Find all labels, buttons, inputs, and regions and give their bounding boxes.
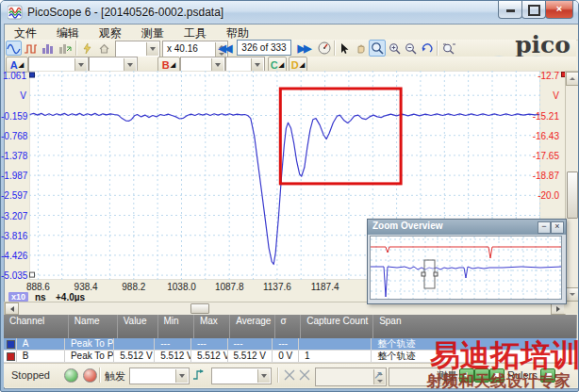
right-axis-tick-label: -16.43 xyxy=(531,131,559,141)
trigger-source-dropdown[interactable] xyxy=(211,368,272,384)
table-cell: 5.512 V xyxy=(191,351,228,362)
x-axis-tick-label: 1137.6 xyxy=(256,282,298,292)
undo-zoom-button[interactable] xyxy=(419,41,434,56)
start-capture-button[interactable] xyxy=(64,368,78,383)
cross-arrows-icon xyxy=(298,368,311,382)
vertical-scroll-thumb[interactable] xyxy=(567,172,578,219)
table-header-average[interactable]: Average xyxy=(230,315,274,338)
notes-dropdown[interactable] xyxy=(115,41,160,57)
zoom-out-tool[interactable] xyxy=(403,41,418,56)
table-cell: 5.512 V xyxy=(228,351,273,362)
chevron-down-icon xyxy=(211,58,223,71)
table-cell: --- xyxy=(155,338,191,350)
hand-icon xyxy=(355,42,367,55)
bars-icon xyxy=(41,42,55,55)
zoom-in-icon xyxy=(389,42,401,55)
table-cell xyxy=(114,338,155,350)
auto-setup-button[interactable] xyxy=(79,41,94,56)
menu-measure[interactable]: 测量 xyxy=(140,25,166,40)
buffer-navigator-button[interactable] xyxy=(316,41,332,56)
chevron-down-icon xyxy=(257,369,270,383)
table-cell: 1 xyxy=(299,351,372,362)
right-arrow-icon xyxy=(556,306,560,312)
maximize-icon xyxy=(528,5,540,16)
table-header-channel[interactable]: Channel xyxy=(4,315,69,338)
collection-count-badge[interactable]: x10 xyxy=(8,292,28,302)
corner-arrow-icon: ◢ xyxy=(171,61,175,69)
hand-tool[interactable] xyxy=(353,41,368,56)
rising-falling-tool[interactable] xyxy=(298,368,311,385)
table-cell: --- xyxy=(191,338,228,350)
table-header-max[interactable]: Max xyxy=(194,315,230,338)
vertical-scrollbar[interactable] xyxy=(565,71,579,302)
chevron-down-icon xyxy=(74,58,87,71)
previous-buffer-button[interactable]: ◀◀ xyxy=(214,41,235,56)
falling-edge-tool[interactable] xyxy=(283,368,296,385)
histogram-view-button[interactable] xyxy=(40,41,56,56)
menu-help[interactable]: 帮助 xyxy=(224,25,251,40)
zoom-overview-minimize-button[interactable]: − xyxy=(538,221,551,234)
left-axis-tick-label: -3.816 xyxy=(1,231,26,241)
compass-icon xyxy=(318,41,331,55)
watermark-line2: 射频和天线设计专家 xyxy=(426,370,571,392)
left-axis-tick-label: -1.378 xyxy=(1,151,26,161)
title-bar[interactable]: PicoScope 6 - [20140526-0002.psdata] × xyxy=(1,1,579,24)
trigger-edge-button[interactable] xyxy=(191,368,207,386)
home-button[interactable] xyxy=(96,41,111,56)
table-header-σ[interactable]: σ xyxy=(275,315,302,338)
menu-edit[interactable]: 编辑 xyxy=(55,25,81,40)
persistence-view-button[interactable] xyxy=(57,41,73,56)
table-header-min[interactable]: Min xyxy=(158,315,194,338)
zoom-in-tool[interactable] xyxy=(387,41,402,56)
menu-tools[interactable]: 工具 xyxy=(182,25,208,40)
fast-forward-icon: ▶▶ xyxy=(298,42,310,55)
right-axis-tick-label: -18.87 xyxy=(531,171,559,181)
scroll-up-button[interactable] xyxy=(566,72,579,86)
window-zoom-tool[interactable] xyxy=(369,40,386,57)
horizontal-scroll-thumb[interactable] xyxy=(190,303,209,314)
zoom-overview-canvas[interactable] xyxy=(370,236,562,300)
channel-a-label: A xyxy=(10,59,18,71)
minimize-button[interactable] xyxy=(498,1,522,19)
zoom-full-button[interactable] xyxy=(440,41,457,56)
maximize-button[interactable] xyxy=(521,1,546,19)
table-cell xyxy=(299,338,372,350)
table-cell: 5.512 V xyxy=(155,351,191,362)
corner-arrow-icon: ◢ xyxy=(300,61,305,69)
spectrum-view-button[interactable] xyxy=(23,41,39,56)
right-axis-tick-label: -17.65 xyxy=(531,151,559,161)
menu-view[interactable]: 观察 xyxy=(97,25,124,40)
zoom-window-icon xyxy=(371,41,385,56)
table-header-capture-count[interactable]: Capture Count xyxy=(301,315,373,338)
close-icon: × xyxy=(554,221,559,231)
trigger-mode-dropdown[interactable] xyxy=(129,368,190,384)
scope-view-button[interactable] xyxy=(6,41,22,56)
zoom-extents-icon xyxy=(442,42,456,55)
right-axis-tick-label: V xyxy=(531,90,559,101)
zoom-overview-window[interactable]: Zoom Overview − × xyxy=(367,219,567,304)
table-header-name[interactable]: Name xyxy=(69,315,118,338)
x-axis-tick-label: 988.2 xyxy=(113,282,155,292)
cursor-arrow-icon xyxy=(339,42,351,55)
zoom-overview-close-button[interactable]: × xyxy=(551,221,564,234)
run-state-label: Stopped xyxy=(11,369,50,381)
right-axis-tick-label: -15.21 xyxy=(531,111,559,122)
normal-selection-tool[interactable] xyxy=(337,41,352,56)
window-title: PicoScope 6 - [20140526-0002.psdata] xyxy=(27,6,223,19)
buffer-position-box[interactable]: 326 of 333 xyxy=(237,40,291,56)
menu-file[interactable]: 文件 xyxy=(12,25,39,40)
zoom-overview-titlebar[interactable]: Zoom Overview xyxy=(368,220,566,235)
left-axis-tick-label: -1.987 xyxy=(1,171,26,181)
scroll-down-button[interactable] xyxy=(566,287,579,302)
statusbar-separator xyxy=(99,368,101,383)
next-buffer-button[interactable]: ▶▶ xyxy=(293,41,314,56)
table-header-value[interactable]: Value xyxy=(118,315,158,338)
scroll-left-button[interactable] xyxy=(5,302,19,315)
close-button[interactable]: × xyxy=(545,1,573,19)
home-icon xyxy=(98,42,110,55)
left-arrow-icon xyxy=(10,306,14,312)
marker-arrow-icon: ↗ xyxy=(373,368,383,382)
minimize-icon xyxy=(506,9,515,12)
stop-capture-button[interactable] xyxy=(83,368,97,383)
bars-arrow-icon xyxy=(58,42,72,55)
